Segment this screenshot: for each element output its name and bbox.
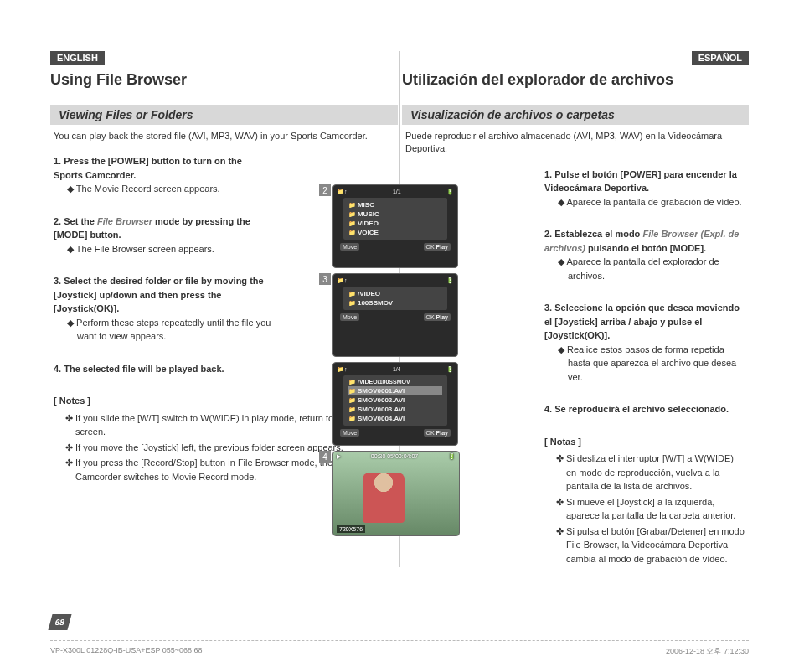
screen-4-video: ▶00:30 05/00:04:07🔋 720X576 bbox=[332, 451, 460, 536]
folder-up-icon: 📁↑ bbox=[337, 189, 348, 195]
screen-2: 📁↑1/1🔋 MISC MUSIC VIDEO VOICE MoveOK Pla… bbox=[332, 184, 458, 268]
title-en: Using File Browser bbox=[50, 71, 398, 89]
page-number: 68 bbox=[48, 614, 71, 630]
footer-timestamp: 2006-12-18 오후 7:12:30 bbox=[666, 646, 749, 657]
title-es: Utilización del explorador de archivos bbox=[402, 71, 749, 89]
screen-3: 📁↑🔋 /VIDEO 100SSMOV MoveOK Play bbox=[332, 273, 458, 357]
device-screenshots: 2 📁↑1/1🔋 MISC MUSIC VIDEO VOICE MoveOK P… bbox=[332, 184, 467, 536]
footer-file: VP-X300L 01228Q-IB-USA+ESP 055~068 68 bbox=[50, 646, 203, 657]
subheading-es: Visualización de archivos o carpetas bbox=[402, 105, 749, 125]
intro-es: Puede reproducir el archivo almacenado (… bbox=[402, 130, 749, 156]
folder-up-icon: 📁↑ bbox=[337, 366, 348, 373]
screen-number-4: 4 bbox=[319, 451, 331, 463]
screen-number-3: 3 bbox=[319, 273, 331, 285]
folder-up-icon: 📁↑ bbox=[337, 277, 348, 284]
print-footer: VP-X300L 01228Q-IB-USA+ESP 055~068 68 20… bbox=[50, 640, 749, 657]
subheading-en: Viewing Files or Folders bbox=[50, 105, 398, 125]
lang-badge-es: ESPAÑOL bbox=[692, 51, 749, 65]
screen-number-2: 2 bbox=[319, 184, 331, 196]
lang-badge-en: ENGLISH bbox=[50, 51, 105, 65]
intro-en: You can play back the stored file (AVI, … bbox=[50, 130, 398, 142]
steps-en: 1. Press the [POWER] button to turn on t… bbox=[50, 154, 275, 375]
screen-3b: 📁↑1/4🔋 /VIDEO/100SSMOV SMOV0001.AVI SMOV… bbox=[332, 362, 458, 446]
